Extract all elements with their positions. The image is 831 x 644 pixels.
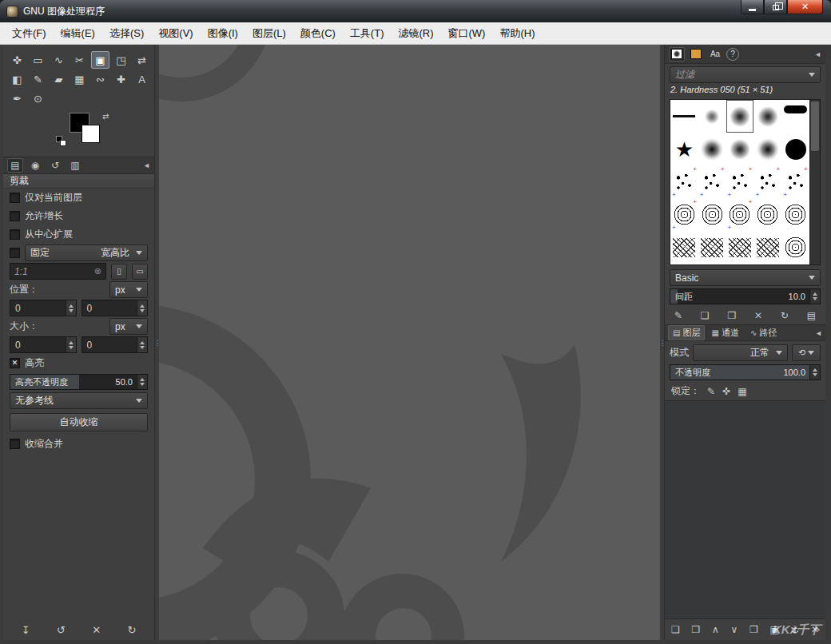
lower-layer-icon[interactable]: ∨ — [730, 624, 738, 635]
minimize-button[interactable] — [741, 0, 764, 14]
heal-tool[interactable]: ✚ — [112, 70, 130, 88]
restore-button[interactable] — [764, 0, 787, 14]
brush-thumbnail[interactable] — [726, 231, 754, 264]
tab-fonts[interactable]: Aa — [707, 47, 723, 62]
brush-thumbnail[interactable] — [781, 165, 809, 198]
new-brush-icon[interactable]: ❏ — [701, 310, 710, 321]
menu-filters[interactable]: 滤镜(R) — [391, 22, 440, 45]
menu-tools[interactable]: 工具(T) — [343, 22, 392, 45]
menu-select[interactable]: 选择(S) — [102, 22, 151, 45]
restore-preset-icon[interactable]: ↺ — [52, 624, 70, 636]
dock-collapse-icon[interactable]: ◄ — [815, 329, 822, 337]
open-brush-icon[interactable]: ▤ — [807, 310, 816, 321]
brush-thumbnail-selected[interactable] — [726, 100, 754, 133]
layer-mode-dropdown[interactable]: 正常 — [693, 344, 788, 361]
only-current-layer-checkbox[interactable] — [10, 193, 20, 203]
transform-tool[interactable]: ◳ — [112, 51, 130, 69]
ratio-input[interactable]: 1:1 ⊗ — [10, 263, 106, 280]
edit-brush-icon[interactable]: ✎ — [674, 310, 682, 321]
duplicate-brush-icon[interactable]: ❐ — [727, 310, 736, 321]
pointer-tab[interactable]: ▥ — [67, 158, 83, 173]
brush-thumbnail[interactable] — [698, 100, 726, 133]
flip-tool[interactable]: ⇄ — [133, 51, 151, 69]
rect-select-tool[interactable]: ▭ — [29, 51, 47, 69]
auto-shrink-button[interactable]: 自动收缩 — [10, 413, 148, 431]
tab-document-history[interactable]: ? — [726, 48, 739, 61]
brush-thumbnail[interactable] — [753, 100, 781, 133]
brush-group-dropdown[interactable]: Basic — [670, 269, 821, 286]
spinner-arrows[interactable] — [137, 337, 147, 352]
brush-spacing-slider[interactable]: 间距 10.0 — [670, 288, 821, 304]
shrink-merged-checkbox[interactable] — [10, 439, 20, 449]
new-group-icon[interactable]: ❒ — [691, 624, 700, 635]
free-select-tool[interactable]: ∿ — [50, 51, 68, 69]
brush-thumbnail[interactable] — [698, 165, 726, 198]
menu-image[interactable]: 图像(I) — [201, 22, 245, 45]
canvas[interactable] — [159, 45, 660, 640]
paintbrush-tool[interactable]: ✎ — [29, 70, 47, 88]
brush-filter-dropdown[interactable]: 过滤 — [670, 66, 821, 83]
lock-position-icon[interactable]: ✜ — [722, 386, 730, 397]
undo-history-tab[interactable]: ↺ — [47, 158, 63, 173]
brush-thumbnail[interactable]: ★ — [670, 133, 698, 165]
brush-thumbnail[interactable] — [726, 133, 754, 165]
eraser-tool[interactable]: ▰ — [50, 70, 68, 88]
menu-windows[interactable]: 窗口(W) — [441, 22, 493, 45]
layer-opacity-slider[interactable]: 不透明度 100.0 — [670, 364, 821, 380]
allow-growing-checkbox[interactable] — [10, 211, 20, 221]
close-button[interactable]: ✕ — [787, 0, 823, 14]
spinner-arrows[interactable] — [66, 337, 76, 352]
raise-layer-icon[interactable]: ∧ — [712, 624, 719, 635]
brush-thumbnail[interactable] — [698, 198, 726, 231]
tab-channels[interactable]: ▦ 通道 — [706, 325, 743, 340]
brush-thumbnail[interactable] — [670, 165, 698, 198]
brush-thumbnail[interactable] — [753, 133, 781, 165]
tab-patterns[interactable] — [688, 47, 704, 62]
expand-from-center-checkbox[interactable] — [10, 229, 20, 240]
mode-switch-button[interactable]: ⟲ — [792, 344, 821, 361]
tool-options-tab[interactable]: ▤ — [7, 158, 23, 173]
default-colors-icon[interactable] — [56, 136, 67, 147]
spinner-arrows[interactable] — [809, 365, 820, 380]
duplicate-layer-icon[interactable]: ❐ — [749, 624, 758, 635]
delete-brush-icon[interactable]: ✕ — [754, 310, 762, 321]
swap-colors-icon[interactable]: ⇄ — [102, 112, 109, 121]
highlight-checkbox[interactable]: ✕ — [10, 358, 20, 368]
scrollbar-thumb[interactable] — [811, 101, 819, 151]
bucket-fill-tool[interactable]: ◧ — [8, 70, 26, 88]
brush-thumbnail[interactable] — [781, 198, 809, 231]
position-y-spinbox[interactable]: 0 — [82, 300, 149, 316]
titlebar[interactable]: GNU 图像处理程序 ✕ — [0, 0, 831, 22]
menu-view[interactable]: 视图(V) — [151, 22, 200, 45]
menu-edit[interactable]: 编辑(E) — [54, 22, 102, 45]
anchor-layer-icon[interactable]: ⚓ — [790, 624, 799, 635]
dock-collapse-icon[interactable]: ◄ — [814, 50, 821, 58]
menu-colors[interactable]: 颜色(C) — [293, 22, 343, 45]
new-layer-icon[interactable]: ❏ — [671, 624, 680, 635]
delete-preset-icon[interactable]: ✕ — [88, 624, 105, 636]
layers-list[interactable] — [665, 400, 825, 619]
crop-tool[interactable]: ▣ — [91, 51, 109, 69]
size-height-spinbox[interactable]: 0 — [82, 336, 149, 353]
brush-grid[interactable]: ★ — [670, 99, 810, 265]
background-color-swatch[interactable] — [82, 125, 100, 143]
save-preset-icon[interactable]: ↧ — [17, 624, 34, 636]
portrait-orientation-button[interactable]: ▯ — [111, 264, 127, 280]
move-tool[interactable]: ✜ — [8, 51, 26, 69]
brush-thumbnail[interactable] — [726, 198, 754, 231]
fixed-checkbox[interactable] — [10, 248, 20, 258]
spinner-arrows[interactable] — [809, 289, 820, 304]
tab-paths[interactable]: ∿ 路径 — [746, 325, 781, 340]
brush-grid-scrollbar[interactable] — [810, 99, 821, 265]
brush-thumbnail[interactable] — [753, 165, 781, 198]
brush-thumbnail[interactable] — [670, 100, 698, 133]
zoom-tool[interactable]: ⊙ — [29, 89, 47, 107]
brush-thumbnail[interactable] — [753, 198, 781, 231]
clear-icon[interactable]: ⊗ — [94, 266, 101, 276]
brush-thumbnail[interactable] — [670, 231, 698, 264]
device-status-tab[interactable]: ◉ — [27, 158, 43, 173]
guides-dropdown[interactable]: 无参考线 — [10, 392, 148, 409]
delete-layer-icon[interactable]: ✕ — [811, 624, 819, 635]
refresh-brushes-icon[interactable]: ↻ — [781, 310, 789, 321]
spinner-arrows[interactable] — [137, 300, 147, 316]
